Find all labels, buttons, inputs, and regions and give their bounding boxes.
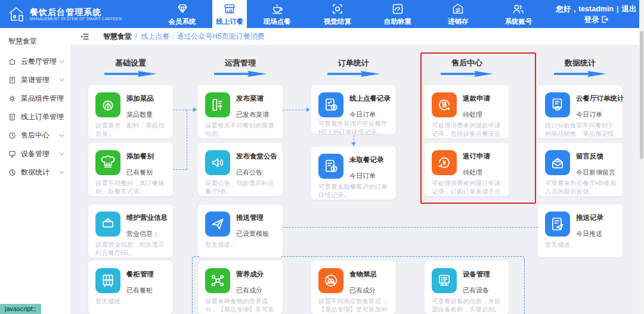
sidebar-item-aftersale[interactable]: 售后中心 (0, 126, 70, 145)
card-description: 可查看设备的信息，并设置设备名称，方便识别。 (432, 297, 504, 313)
order-missed-icon (318, 154, 343, 179)
column-title: 数据统计 (538, 58, 623, 69)
app-title: 餐饮后台管理系统 (30, 7, 130, 17)
card-description: 统计分析食堂不同餐别下的菜品销售、菜品预定情况。 (545, 121, 618, 138)
breadcrumb-bar: 智慧食堂 / 线上点餐：通过公众号H5页面订餐消费 (70, 28, 644, 45)
card-title: 退订申请 (463, 152, 490, 161)
column-header-basic-settings: 基础设置 (88, 58, 173, 77)
app-subtitle: MANAGEMENT SYSTEM OF SMART CANTEEN (30, 17, 122, 20)
column-header-operations: 运营管理 (198, 58, 283, 77)
connector-arrow (306, 107, 310, 112)
logout-icon[interactable] (601, 15, 609, 23)
sidebar-item-statistics[interactable]: 数据统计 (0, 163, 70, 182)
vertical-scrollbar[interactable] (639, 0, 644, 314)
sidebar-item-label: 数据统计 (21, 167, 59, 178)
nav-label: 会员系统 (169, 17, 196, 26)
card-unsubscribe-request[interactable]: ¥ 退订申请 待处理 可处理消费者的退订申请记录，订购订单来源于云餐厅H5上的订… (425, 143, 509, 196)
push-record-icon (545, 212, 570, 237)
card-description: 设置不同餐别，其订餐规则、取餐方式等。 (95, 179, 168, 195)
vegetable-icon (95, 92, 120, 117)
card-device-mgmt[interactable]: 设备管理 已有设备 可查看设备的信息，并设置设备名称，方便识别。 (425, 261, 509, 314)
card-nutrition[interactable]: 营养成分 已有成分 设置各种食物的营养成分，【菜品管理】里可添加对应的食物及分.… (198, 261, 283, 314)
vip-diamond-icon (176, 2, 189, 15)
card-description: 可处理消费者的退订申请记录，订购订单来源于云餐厅H5上的订单。 (432, 179, 504, 195)
collapse-sidebar-icon[interactable] (80, 32, 89, 41)
card-food-taboo[interactable]: 食物禁忌 已有成分 设置不同病症饮食禁忌，【菜品管理】里可添加对应的。 (311, 261, 396, 314)
card-business-info[interactable]: 维护营业信息 营业信息： 设置营业信息，同步显示到云餐厅H5。 (88, 204, 173, 257)
card-subtitle: 菜品数量 (126, 110, 153, 119)
card-subtitle: 已有公告 (236, 168, 262, 177)
nav-item-system-account[interactable]: 系统账号 (488, 0, 549, 28)
card-subtitle: 待处理 (463, 110, 482, 119)
nav-label: 系统账号 (504, 17, 532, 26)
nav-item-vision-checkout[interactable]: 视觉结算 (307, 0, 367, 28)
card-description: 设置每天不同餐别的菜谱信息。 (205, 121, 278, 138)
arrow-underline (554, 71, 606, 77)
nav-item-inventory[interactable]: 进销存 (428, 0, 488, 28)
sidebar-item-cloud-restaurant[interactable]: 云餐厅管理 (0, 52, 70, 71)
sidebar-item-label: 菜谱管理 (21, 75, 59, 85)
nav-item-self-weigh[interactable]: 自助称重 (368, 0, 428, 28)
arrow-underline (214, 71, 267, 77)
device-terminal-icon (432, 268, 457, 293)
sidebar-item-label: 设备管理 (21, 149, 59, 159)
sidebar-item-label: 菜品组件管理 (21, 94, 64, 104)
components-icon (8, 95, 16, 102)
scrollbar-thumb[interactable] (640, 31, 643, 159)
card-online-order-records[interactable]: 线上点餐记录 今日订单 可查看所有用户在云餐厅H5上的订单详情记录。 (311, 85, 396, 134)
svg-text:退: 退 (441, 101, 447, 108)
connector-line (187, 110, 187, 169)
nav-label: 现场点餐 (264, 17, 291, 26)
card-description: 可查看未取餐客户的订单详情记录。 (318, 182, 391, 199)
card-unclaimed-meal-records[interactable]: 未取餐记录 今日订单 可查看未取餐客户的订单详情记录。 (311, 147, 396, 200)
nav-label: 自助称重 (384, 17, 411, 26)
nav-item-membership[interactable]: 会员系统 (152, 0, 212, 28)
card-publish-menu[interactable]: 发布菜谱 已发布菜谱 设置每天不同餐别的菜谱信息。 (198, 85, 283, 138)
arrow-underline (441, 71, 493, 77)
card-push-records[interactable]: 推送记录 今日推送 暂无描述。 (538, 204, 623, 257)
card-push-mgmt[interactable]: 推送管理 已设置模板 暂无描述... (198, 204, 283, 257)
card-title: 推送管理 (236, 213, 264, 222)
card-add-meal-type[interactable]: 添加餐别 已有餐别 设置不同餐别，其订餐规则、取餐方式等。 (88, 143, 173, 196)
chevron-down-icon (59, 60, 64, 64)
connector-line (283, 227, 538, 228)
card-description: 设置公告，同步显示到云餐厅H5。 (205, 179, 278, 195)
card-subtitle: 已发布菜谱 (236, 110, 269, 119)
card-feedback[interactable]: 留言反馈 今日新增留言 可查看来自云餐厅H5使用人员的留言反馈。 (538, 143, 623, 196)
card-cloud-order-stats[interactable]: 云餐厅订单统计 今日订单 统计分析食堂不同餐别下的菜品销售、菜品预定情况。 (538, 85, 623, 138)
card-add-dish[interactable]: 添加菜品 菜品数量 设置菜类、配料、菜品信息等。 (88, 85, 173, 138)
sidebar: 智慧食堂 云餐厅管理 菜谱管理 菜品组件管理 线上订单管理 售后中心 设备管理 … (0, 28, 71, 314)
breadcrumb-current[interactable]: 线上点餐：通过公众号H5页面订餐消费 (141, 32, 264, 42)
nav-item-onsite-order[interactable]: 现场点餐 (247, 0, 307, 28)
card-title: 云餐厅订单统计 (576, 94, 624, 103)
card-cabinet-mgmt[interactable]: 餐柜管理 已有餐柜 暂无描述... (88, 261, 173, 314)
column-header-order-stats: 订单统计 (311, 58, 396, 77)
card-publish-notice[interactable]: 发布食堂公告 已有公告 设置公告，同步显示到云餐厅H5。 (198, 143, 283, 196)
connector-line (283, 110, 306, 110)
card-title: 推送记录 (576, 213, 603, 222)
nav-item-online-order[interactable]: 线上订餐 (212, 0, 247, 28)
sidebar-item-online-orders[interactable]: 线上订单管理 (0, 108, 70, 126)
card-title: 未取餐记录 (349, 156, 384, 164)
card-description: 设置不同病症饮食禁忌，【菜品管理】里可添加对应的。 (318, 297, 391, 313)
sidebar-item-devices[interactable]: 设备管理 (0, 145, 70, 163)
card-refund-request[interactable]: 退 退款申请 待处理 可处理消费者的退款申请记录，包括设备点餐及云餐厅H5上的订… (425, 85, 509, 138)
column-title: 运营管理 (198, 58, 283, 69)
svg-text:¥: ¥ (442, 159, 446, 166)
warehouse-arrows-icon (451, 2, 465, 15)
column-header-data-stats: 数据统计 (538, 58, 623, 77)
order-check-icon (318, 92, 343, 117)
sidebar-item-menu-mgmt[interactable]: 菜谱管理 (0, 71, 70, 89)
menu-icon (8, 76, 16, 84)
sidebar-item-components[interactable]: 菜品组件管理 (0, 89, 70, 108)
card-subtitle: 已有设备 (463, 286, 489, 295)
card-description: 暂无描述。 (545, 240, 618, 257)
unsubscribe-icon: ¥ (432, 150, 457, 175)
card-description: 可处理消费者的退款申请记录，包括设备点餐及云餐厅H5上的订单... (432, 121, 504, 138)
card-subtitle: 今日订单 (349, 110, 376, 119)
sidebar-item-label: 线上订单管理 (21, 112, 64, 122)
divider: | (617, 5, 619, 13)
signboard-icon (95, 212, 120, 237)
card-title: 餐柜管理 (126, 270, 154, 279)
breadcrumb-root: 智慧食堂 (103, 32, 132, 42)
